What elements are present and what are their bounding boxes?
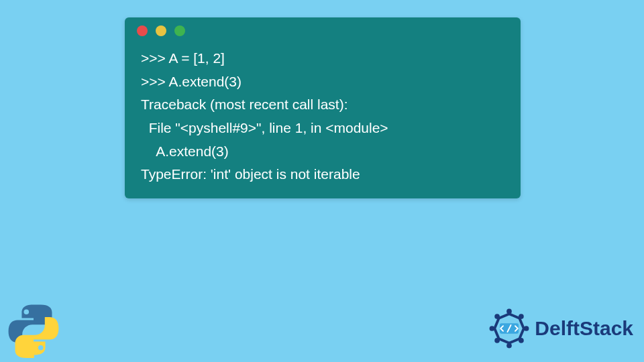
code-line: File "<pyshell#9>", line 1, in <module> — [141, 120, 388, 135]
close-icon[interactable] — [137, 25, 148, 36]
delftstack-badge-icon — [488, 307, 531, 350]
maximize-icon[interactable] — [174, 25, 185, 36]
window-titlebar — [125, 17, 521, 44]
terminal-window: >>> A = [1, 2] >>> A.extend(3) Traceback… — [125, 17, 521, 198]
minimize-icon[interactable] — [156, 25, 166, 36]
code-line: >>> A.extend(3) — [141, 74, 241, 89]
delftstack-label: DelftStack — [535, 317, 633, 340]
code-line: >>> A = [1, 2] — [141, 50, 225, 66]
python-logo-icon — [5, 302, 62, 358]
code-line: TypeError: 'int' object is not iterable — [141, 166, 360, 182]
code-line: A.extend(3) — [141, 143, 229, 159]
terminal-output: >>> A = [1, 2] >>> A.extend(3) Traceback… — [125, 44, 521, 186]
code-line: Traceback (most recent call last): — [141, 97, 347, 112]
delftstack-logo: DelftStack — [488, 307, 633, 350]
